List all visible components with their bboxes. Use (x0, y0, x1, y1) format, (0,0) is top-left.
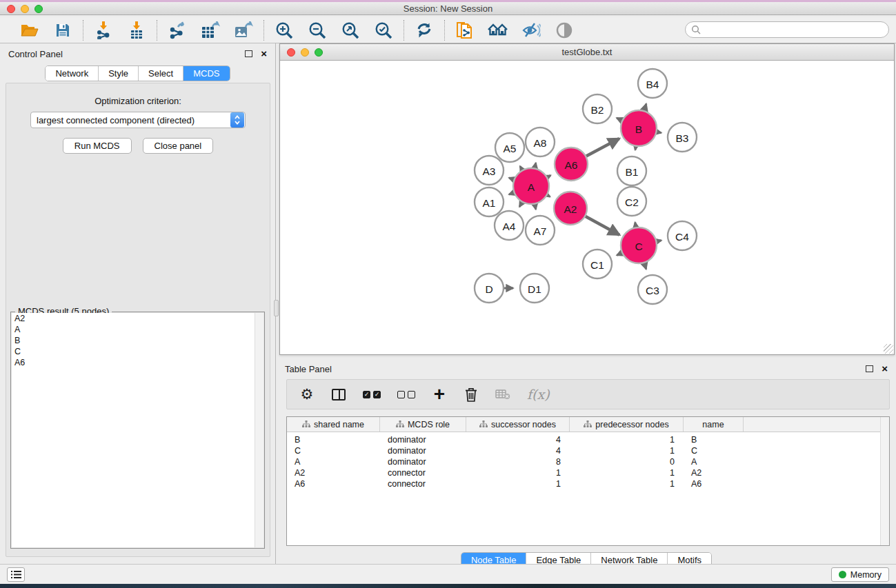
node-B2[interactable]: B2 (583, 94, 612, 123)
table-settings-gear-icon[interactable]: ⚙ (299, 385, 315, 403)
mcds-result-item[interactable]: C (12, 346, 263, 357)
node-A5[interactable]: A5 (495, 133, 524, 162)
mcds-result-item[interactable]: A6 (12, 357, 263, 368)
minimize-window-button[interactable] (21, 5, 29, 13)
node-A4[interactable]: A4 (495, 211, 524, 240)
node-B1[interactable]: B1 (617, 156, 646, 185)
column-header-successor-nodes[interactable]: successor nodes (466, 417, 570, 432)
node-A8[interactable]: A8 (526, 128, 555, 156)
delete-column-icon[interactable] (464, 385, 479, 403)
panel-divider-grip[interactable] (274, 300, 279, 316)
node-C4[interactable]: C4 (668, 221, 697, 250)
node-B3[interactable]: B3 (668, 123, 697, 152)
table-cell[interactable]: 1 (570, 478, 684, 489)
show-columns-icon[interactable] (331, 385, 346, 403)
window-resize-grip[interactable] (884, 344, 893, 354)
mcds-result-item[interactable]: B (12, 335, 263, 346)
mcds-result-item[interactable]: A2 (12, 313, 263, 324)
node-B4[interactable]: B4 (638, 69, 667, 98)
table-cell[interactable]: 1 (570, 467, 684, 478)
node-C2[interactable]: C2 (617, 187, 646, 216)
node-B[interactable]: B (621, 110, 657, 146)
column-header-name[interactable]: name (684, 417, 744, 432)
table-cell[interactable]: connector (380, 478, 466, 489)
network-minimize-button[interactable] (301, 48, 309, 57)
show-hide-eye-icon[interactable] (554, 20, 575, 41)
hide-graphics-details-icon[interactable] (521, 20, 541, 41)
table-row[interactable]: A6connector11A6 (287, 478, 889, 489)
table-cell[interactable]: A6 (287, 478, 380, 489)
float-table-panel-icon[interactable] (866, 365, 873, 372)
tab-style[interactable]: Style (99, 66, 139, 81)
table-row[interactable]: Bdominator41B (287, 434, 889, 445)
add-column-icon[interactable]: + (432, 385, 447, 403)
table-row[interactable]: A2connector11A2 (287, 467, 889, 478)
table-cell[interactable]: A6 (684, 478, 744, 489)
save-session-icon[interactable] (52, 20, 73, 41)
close-panel-icon[interactable]: × (261, 50, 267, 57)
node-C1[interactable]: C1 (583, 250, 612, 278)
edge-A6-B[interactable] (584, 139, 619, 157)
delete-table-icon[interactable] (495, 385, 510, 403)
export-image-icon[interactable] (233, 20, 254, 41)
table-row[interactable]: Adominator80A (287, 456, 889, 467)
node-A1[interactable]: A1 (475, 187, 504, 216)
import-network-icon[interactable] (93, 20, 114, 41)
network-maximize-button[interactable] (315, 48, 323, 57)
node-D[interactable]: D (475, 274, 504, 303)
criterion-select[interactable]: largest connected component (directed) (30, 112, 246, 128)
node-A7[interactable]: A7 (526, 216, 555, 245)
close-window-button[interactable] (7, 5, 15, 13)
duplicate-network-icon[interactable] (455, 20, 475, 41)
column-header-shared-name[interactable]: shared name (287, 417, 380, 432)
table-scrollbar[interactable] (880, 417, 889, 545)
node-C3[interactable]: C3 (638, 275, 667, 304)
search-field[interactable] (685, 21, 889, 38)
table-cell[interactable]: dominator (380, 434, 466, 445)
table-cell[interactable]: 4 (466, 434, 570, 445)
zoom-fit-icon[interactable] (340, 20, 361, 41)
table-cell[interactable]: 1 (570, 445, 684, 456)
tab-network[interactable]: Network (46, 66, 99, 81)
table-cell[interactable]: B (684, 434, 744, 445)
run-mcds-button[interactable]: Run MCDS (63, 138, 132, 154)
deselect-all-rows-icon[interactable] (397, 385, 415, 403)
select-all-rows-icon[interactable]: ✓✓ (363, 385, 381, 403)
edge-A2-C[interactable] (583, 215, 619, 235)
node-A[interactable]: A (513, 168, 549, 204)
table-cell[interactable]: dominator (380, 456, 466, 467)
task-history-button[interactable] (7, 567, 25, 582)
import-table-icon[interactable] (126, 20, 147, 41)
table-row[interactable]: Cdominator41C (287, 445, 889, 456)
node-A2[interactable]: A2 (554, 192, 587, 225)
function-builder-button[interactable]: f(x) (527, 385, 550, 403)
node-A3[interactable]: A3 (475, 156, 504, 185)
close-table-panel-icon[interactable]: × (882, 365, 888, 372)
network-canvas[interactable]: B4B2BB3B1A5A8A6A3AA1A2C2A4A7C4CC1DD1C3 (280, 61, 894, 354)
zoom-out-icon[interactable] (307, 20, 328, 41)
zoom-selected-icon[interactable] (373, 20, 394, 41)
maximize-window-button[interactable] (34, 5, 43, 13)
export-table-icon[interactable] (200, 20, 221, 41)
table-cell[interactable]: 0 (570, 456, 684, 467)
table-cell[interactable]: 1 (466, 467, 570, 478)
table-cell[interactable]: A (684, 456, 744, 467)
node-D1[interactable]: D1 (520, 274, 549, 303)
close-panel-button[interactable]: Close panel (143, 138, 214, 154)
mcds-result-scrollbar[interactable] (255, 313, 263, 547)
float-panel-icon[interactable] (245, 50, 252, 57)
column-header-MCDS-role[interactable]: MCDS role (380, 417, 466, 432)
search-input[interactable] (704, 23, 888, 36)
table-cell[interactable]: A2 (684, 467, 744, 478)
network-close-button[interactable] (287, 48, 295, 57)
tab-mcds[interactable]: MCDS (183, 66, 229, 81)
node-A6[interactable]: A6 (555, 148, 588, 181)
home-views-icon[interactable] (488, 20, 508, 41)
table-cell[interactable]: C (287, 445, 380, 456)
table-cell[interactable]: connector (380, 467, 466, 478)
table-cell[interactable]: C (684, 445, 744, 456)
table-cell[interactable]: B (287, 434, 380, 445)
refresh-icon[interactable] (414, 20, 435, 41)
mcds-result-item[interactable]: A (12, 324, 263, 335)
table-cell[interactable]: 8 (466, 456, 570, 467)
